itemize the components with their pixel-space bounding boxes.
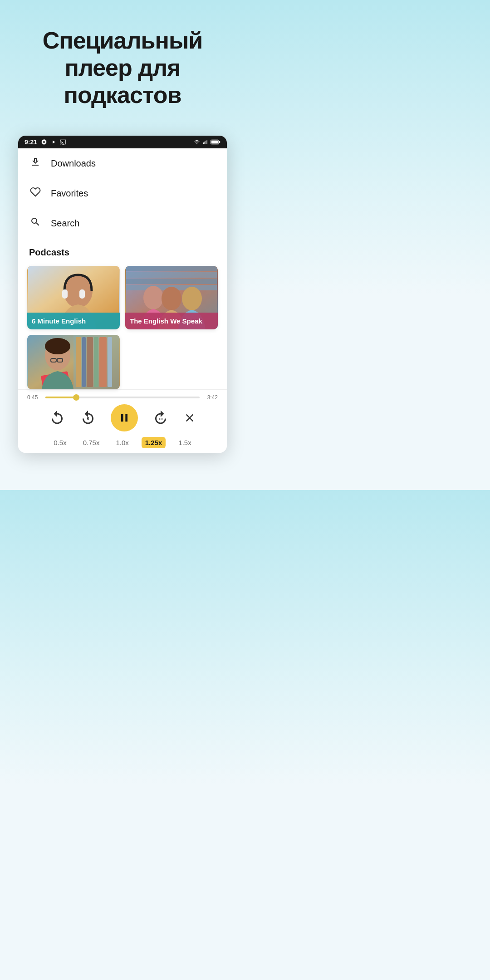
favorites-label: Favorites [51,188,88,199]
progress-bar[interactable] [45,397,200,398]
menu-section: Downloads Favorites Search [18,148,227,242]
rewind-seconds: 5 [87,416,89,421]
menu-item-downloads[interactable]: Downloads [18,148,227,178]
search-icon [29,216,42,230]
speed-1-0x[interactable]: 1.0x [112,437,132,448]
repeat-button[interactable] [49,410,65,426]
podcast-label-english-we-speak: The English We Speak [125,313,218,329]
downloads-label: Downloads [51,158,96,169]
signal-icon [202,139,209,145]
cast-icon [60,139,66,145]
downloads-icon [29,157,42,170]
svg-rect-3 [207,140,208,144]
svg-rect-9 [62,289,68,299]
forward-button[interactable]: 10 [152,409,170,427]
svg-point-17 [162,287,181,310]
menu-item-favorites[interactable]: Favorites [18,178,227,208]
progress-fill [45,397,76,398]
svg-rect-23 [87,337,93,387]
gear-icon [41,139,47,145]
status-time: 9:21 [24,138,37,146]
svg-rect-0 [203,142,204,144]
podcasts-heading: Podcasts [27,245,218,260]
hero-title: Специальный плеер для подкастов [18,27,227,108]
podcast-card-6min[interactable]: 6 Minute English [27,266,120,329]
svg-rect-26 [108,337,112,387]
podcast-label-6min: 6 Minute English [27,313,120,329]
current-time: 0:45 [27,394,41,401]
svg-rect-22 [82,337,86,387]
rewind-button[interactable]: 5 [79,409,97,427]
favorites-icon [29,186,42,200]
svg-rect-14 [126,279,217,284]
battery-icon [211,139,220,145]
status-bar-left: 9:21 [24,138,66,146]
forward-seconds: 10 [159,416,163,421]
podcasts-section: Podcasts [18,242,227,389]
svg-rect-21 [76,337,81,387]
wifi-icon [193,139,201,145]
svg-point-31 [45,338,70,354]
phone-mockup: 9:21 [18,136,227,453]
speed-1-25x[interactable]: 1.25x [142,437,166,448]
progress-row: 0:45 3:42 [27,394,218,401]
search-label: Search [51,218,79,229]
svg-rect-1 [205,142,206,144]
total-time: 3:42 [204,394,218,401]
svg-rect-10 [79,289,85,299]
hero-section: Специальный плеер для подкастов [0,0,245,127]
svg-rect-12 [126,266,217,271]
close-button[interactable] [183,412,196,424]
speed-row: 0.5x 0.75x 1.0x 1.25x 1.5x [27,437,218,448]
speed-1-5x[interactable]: 1.5x [175,437,195,448]
svg-point-18 [182,287,202,310]
svg-rect-6 [219,141,220,143]
svg-rect-25 [99,337,107,387]
svg-rect-5 [211,141,218,144]
player-bar: 0:45 3:42 5 [18,389,227,453]
podcasts-grid: 6 Minute English [27,266,218,389]
pause-icon [118,412,131,424]
play-status-icon [51,139,56,145]
close-icon [183,412,196,424]
status-bar: 9:21 [18,136,227,148]
pause-button[interactable] [111,404,138,431]
podcast-card-minute-english[interactable] [27,335,120,389]
svg-rect-24 [94,337,98,387]
player-controls: 5 10 [27,404,218,431]
speed-0-75x[interactable]: 0.75x [79,437,103,448]
speed-0-5x[interactable]: 0.5x [50,437,70,448]
svg-rect-13 [126,272,217,278]
status-bar-right [193,139,220,145]
svg-point-16 [143,286,163,309]
menu-item-search[interactable]: Search [18,208,227,238]
progress-thumb [73,394,79,401]
podcast-card-english-we-speak[interactable]: The English We Speak [125,266,218,329]
svg-rect-2 [206,141,206,144]
